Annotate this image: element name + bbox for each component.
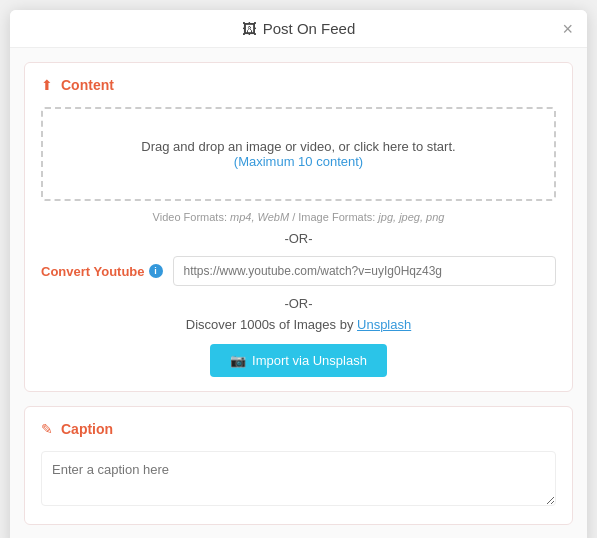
content-section-title: Content	[61, 77, 114, 93]
unsplash-link[interactable]: Unsplash	[357, 317, 411, 332]
camera-icon: 📷	[230, 353, 246, 368]
caption-textarea[interactable]	[41, 451, 556, 506]
close-button[interactable]: ×	[562, 20, 573, 38]
formats-text: Video Formats: mp4, WebM / Image Formats…	[41, 211, 556, 223]
import-button-label: Import via Unsplash	[252, 353, 367, 368]
modal-title: 🖼 Post On Feed	[242, 20, 356, 37]
youtube-url-input[interactable]	[173, 256, 556, 286]
drop-zone[interactable]: Drag and drop an image or video, or clic…	[41, 107, 556, 201]
info-icon[interactable]: i	[149, 264, 163, 278]
import-unsplash-button[interactable]: 📷 Import via Unsplash	[210, 344, 387, 377]
edit-icon: ✎	[41, 421, 53, 437]
drop-zone-text: Drag and drop an image or video, or clic…	[63, 139, 534, 154]
discover-prefix: Discover 1000s of Images by	[186, 317, 357, 332]
upload-icon: ⬆	[41, 77, 53, 93]
content-section: ⬆ Content Drag and drop an image or vide…	[24, 62, 573, 392]
page-title: Post On Feed	[263, 20, 356, 37]
convert-label-text: Convert Youtube	[41, 264, 145, 279]
convert-youtube-row: Convert Youtube i	[41, 256, 556, 286]
section-header-content: ⬆ Content	[41, 77, 556, 93]
section-header-caption: ✎ Caption	[41, 421, 556, 437]
modal: 🖼 Post On Feed × ⬆ Content Drag and drop…	[10, 10, 587, 538]
drop-zone-subtitle: (Maximum 10 content)	[63, 154, 534, 169]
modal-body: ⬆ Content Drag and drop an image or vide…	[10, 48, 587, 538]
or-divider-1: -OR-	[41, 231, 556, 246]
discover-text: Discover 1000s of Images by Unsplash	[41, 317, 556, 332]
image-icon: 🖼	[242, 20, 257, 37]
modal-header: 🖼 Post On Feed ×	[10, 10, 587, 48]
or-divider-2: -OR-	[41, 296, 556, 311]
convert-label: Convert Youtube i	[41, 264, 163, 279]
caption-section: ✎ Caption	[24, 406, 573, 525]
caption-section-title: Caption	[61, 421, 113, 437]
